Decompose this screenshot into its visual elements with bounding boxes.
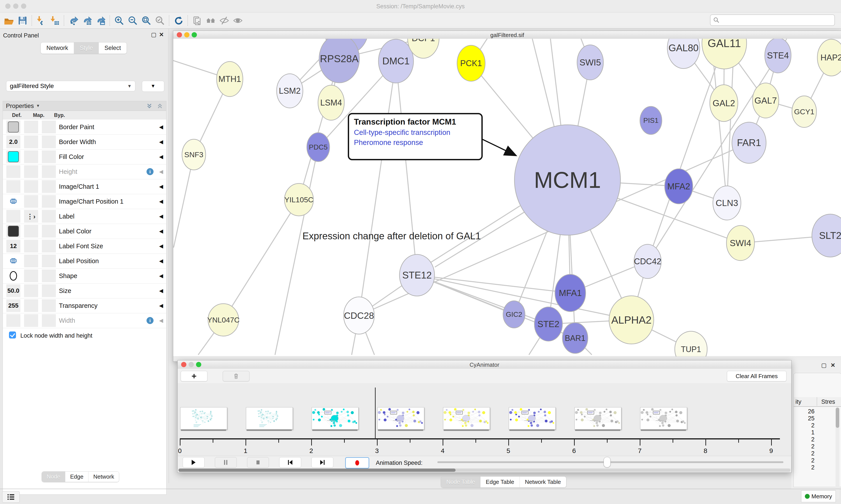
play-button[interactable] — [183, 457, 204, 468]
property-row-width[interactable]: Widthi◀ — [3, 313, 166, 328]
slider-handle[interactable] — [604, 457, 611, 467]
tab-select[interactable]: Select — [99, 42, 127, 54]
search-input[interactable] — [720, 17, 826, 24]
def-cell[interactable]: 2.0 — [6, 136, 20, 148]
network-node-gcy1[interactable]: GCY1 — [792, 96, 817, 127]
clear-all-frames-button[interactable]: Clear All Frames — [727, 371, 786, 381]
annotation-link[interactable]: Pheromone response — [354, 138, 477, 147]
map-cell[interactable] — [24, 180, 38, 193]
table-cell-value[interactable]: 1 — [794, 429, 815, 436]
property-row-border-paint[interactable]: Border Paint◀ — [3, 120, 166, 134]
map-cell[interactable] — [24, 255, 38, 267]
network-node-dmc1[interactable]: DMC1 — [378, 39, 413, 83]
go-to-end-button[interactable] — [311, 457, 333, 468]
property-row-label-color[interactable]: Label Color◀ — [3, 224, 166, 239]
property-row-image-chart-position-1[interactable]: Image/Chart Position 1◀ — [3, 194, 166, 209]
dock-tab-network-table[interactable]: Network Table — [520, 476, 566, 487]
float-panel-icon[interactable]: ▢ — [151, 31, 156, 38]
table-cell-value[interactable]: 2 — [794, 443, 815, 450]
expand-arrow-icon[interactable]: ◀ — [159, 213, 163, 219]
network-node-tup1[interactable]: TUP1 — [675, 331, 707, 357]
scrollbar-thumb[interactable] — [179, 469, 455, 472]
frame-thumbnail-6[interactable] — [574, 407, 621, 430]
map-cell[interactable]: ⋮› — [24, 210, 38, 223]
byp-cell[interactable] — [42, 314, 56, 327]
style-options-button[interactable]: ▼ — [142, 81, 164, 92]
map-cell[interactable] — [24, 195, 38, 208]
def-cell[interactable] — [6, 180, 20, 193]
network-edge[interactable] — [359, 61, 396, 316]
style-dropdown[interactable]: galFiltered Style ▼ — [6, 81, 135, 91]
frame-thumbnail-3[interactable] — [377, 407, 424, 430]
network-edge[interactable] — [223, 200, 299, 320]
pause-button[interactable] — [215, 457, 237, 468]
expand-arrow-icon[interactable]: ◀ — [159, 183, 163, 190]
map-cell[interactable] — [24, 240, 38, 252]
property-row-image-chart-1[interactable]: Image/Chart 1◀ — [3, 179, 166, 194]
table-cell-value[interactable]: 25 — [794, 415, 815, 422]
property-row-label-position[interactable]: Label Position◀ — [3, 254, 166, 269]
def-cell[interactable] — [6, 314, 20, 327]
table-column-headers[interactable]: ity Stres — [794, 397, 841, 407]
property-row-height[interactable]: Heighti◀ — [3, 164, 166, 179]
byp-cell[interactable] — [42, 299, 56, 312]
delete-frame-button[interactable] — [223, 371, 249, 381]
expand-arrow-icon[interactable]: ◀ — [159, 258, 163, 264]
expand-arrow-icon[interactable]: ◀ — [159, 303, 163, 309]
map-cell[interactable] — [24, 121, 38, 133]
byp-cell[interactable] — [42, 284, 56, 297]
frame-thumbnail-0[interactable] — [180, 407, 227, 430]
save-button[interactable] — [16, 14, 29, 27]
network-edge[interactable] — [396, 61, 417, 275]
network-node-mfa2[interactable]: MFA2 — [665, 169, 693, 204]
table-cell-value[interactable]: 2 — [794, 450, 815, 457]
expand-arrow-icon[interactable]: ◀ — [159, 288, 163, 294]
network-edge[interactable] — [275, 147, 318, 355]
byp-cell[interactable] — [42, 121, 56, 133]
animation-speed-slider[interactable] — [437, 461, 783, 463]
annotation-callout[interactable]: Transcription factor MCM1 Cell-type-spec… — [348, 113, 483, 160]
map-cell[interactable] — [24, 150, 38, 163]
zoom-in-button[interactable] — [112, 14, 126, 27]
network-node-cln3[interactable]: CLN3 — [713, 186, 741, 220]
def-cell[interactable] — [6, 225, 20, 237]
map-cell[interactable] — [24, 284, 38, 297]
network-edge[interactable] — [648, 43, 724, 262]
network-node-mth1[interactable]: MTH1 — [217, 61, 243, 96]
table-cell-value[interactable]: 26 — [794, 408, 815, 415]
frame-thumbnail-2[interactable] — [312, 407, 359, 430]
frame-thumbnail-4[interactable] — [443, 407, 490, 430]
network-node-gal2[interactable]: GAL2 — [710, 85, 738, 122]
def-cell[interactable]: 255 — [6, 299, 20, 312]
network-node-swi5[interactable]: SWI5 — [577, 45, 603, 80]
map-cell[interactable] — [24, 270, 38, 282]
stop-button[interactable] — [247, 457, 269, 468]
export-network-button[interactable] — [67, 14, 80, 27]
import-network-button[interactable] — [34, 14, 48, 27]
info-icon[interactable]: i — [146, 317, 154, 324]
zoom-fit-button[interactable] — [140, 14, 153, 27]
network-node-ynl047c[interactable]: YNL047C — [207, 304, 239, 336]
expand-arrow-icon[interactable]: ◀ — [159, 228, 163, 234]
panel-list-button[interactable] — [2, 491, 20, 503]
network-titlebar[interactable]: galFiltered.sif — [173, 31, 841, 39]
byp-cell[interactable] — [42, 255, 56, 267]
network-node-ste12[interactable]: STE12 — [399, 254, 434, 296]
column-stress[interactable]: Stres — [821, 398, 835, 405]
properties-header[interactable]: Properties ▼ — [3, 101, 166, 111]
network-node-alpha2[interactable]: ALPHA2 — [609, 296, 654, 344]
map-cell[interactable] — [24, 225, 38, 237]
table-cell-value[interactable]: 2 — [794, 464, 815, 471]
property-row-label-font-size[interactable]: 12Label Font Size◀ — [3, 239, 166, 254]
network-node-snf3[interactable]: SNF3 — [182, 139, 205, 170]
network-node-gic2[interactable]: GIC2 — [503, 301, 525, 328]
property-row-label[interactable]: ⋮›Label◀ — [3, 209, 166, 224]
network-node-pdc5[interactable]: PDC5 — [307, 133, 329, 162]
expand-arrow-icon[interactable]: ◀ — [159, 139, 163, 145]
map-cell[interactable] — [24, 165, 38, 178]
column-ity[interactable]: ity — [795, 398, 801, 405]
close-panel-icon[interactable]: ✕ — [830, 362, 835, 369]
collapse-all-icon[interactable] — [157, 103, 163, 109]
frame-thumbnail-5[interactable] — [509, 407, 556, 430]
expand-arrow-icon[interactable]: ◀ — [159, 154, 163, 160]
